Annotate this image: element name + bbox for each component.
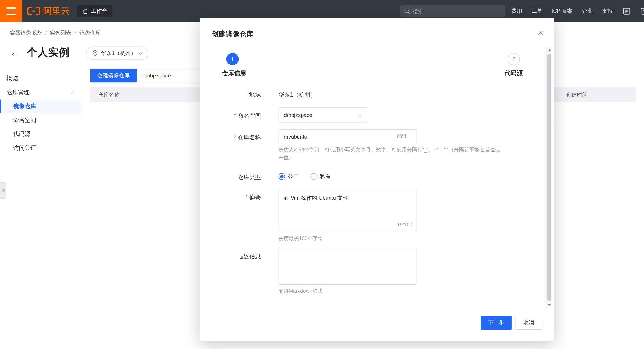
modal-scrollbar[interactable]	[546, 47, 552, 308]
topbar-search-input[interactable]	[413, 8, 495, 14]
page-title: 个人实例	[27, 45, 69, 59]
aliyun-logo-text: 阿里云	[43, 5, 70, 17]
scroll-up-icon[interactable]	[547, 47, 552, 53]
repo-name-input[interactable]	[279, 129, 417, 144]
step-2-circle: 2	[508, 53, 520, 65]
repo-name-help: 长度为2-64个字符，可使用小写英文字母、数字，可使用分隔符“_”、“-”、“.…	[279, 146, 505, 162]
repo-name-field-label: *仓库名称	[200, 134, 261, 141]
next-step-button[interactable]: 下一步	[481, 316, 512, 330]
radio-public-label[interactable]: 公开	[288, 173, 299, 180]
radio-private-label[interactable]: 私有	[320, 173, 331, 180]
chevron-down-icon	[139, 51, 143, 55]
required-mark: *	[234, 112, 236, 119]
step-1-label: 仓库信息	[222, 70, 246, 77]
summary-textarea[interactable]: 有 Vim 操作的 Ubuntu 文件	[279, 190, 417, 231]
summary-help: 长度最长100个字符	[279, 235, 323, 242]
modal-title: 创建镜像仓库	[211, 29, 253, 39]
radio-private-icon[interactable]	[310, 173, 317, 180]
sidebar-item-label: 仓库管理	[6, 89, 29, 96]
home-icon	[82, 9, 88, 14]
breadcrumb-separator: /	[45, 30, 47, 36]
step-2-number: 2	[512, 56, 515, 62]
workbench-button[interactable]: 工作台	[77, 5, 112, 17]
region-label: 华东1（杭州）	[101, 49, 136, 57]
create-repo-button[interactable]: 创建镜像仓库	[90, 69, 137, 82]
field-label-text: 仓库名称	[238, 134, 261, 140]
sidebar-item-label: 镜像仓库	[13, 103, 36, 110]
repo-name-counter: 8/64	[397, 133, 406, 139]
sidebar-item-access-credentials[interactable]: 访问凭证	[0, 141, 81, 155]
location-pin-icon	[92, 50, 98, 56]
create-repo-modal: 创建镜像仓库 ✕ 1 仓库信息 2 代码源 地域 华东1（杭州） *命名空间 d…	[200, 18, 554, 341]
step-connector-line	[243, 59, 506, 59]
aliyun-logo-icon	[27, 6, 40, 16]
description-field-label: 描述信息	[200, 253, 261, 260]
field-label-text: 命名空间	[238, 112, 261, 119]
summary-counter: 19/100	[397, 222, 412, 228]
radio-public-icon[interactable]	[279, 173, 285, 180]
field-label-text: 描述信息	[238, 253, 261, 259]
sidebar: 概览 仓库管理 镜像仓库 命名空间 代码源 访问凭证	[0, 69, 81, 349]
step-2-label: 代码源	[504, 70, 523, 77]
breadcrumb-item-service[interactable]: 容器镜像服务	[10, 29, 42, 37]
breadcrumb-item-instances[interactable]: 实例列表	[50, 29, 72, 37]
sidebar-item-label: 概览	[6, 75, 18, 82]
topbar-link-tickets[interactable]: 工单	[532, 7, 542, 15]
scroll-down-icon[interactable]	[547, 302, 552, 308]
namespace-select-value: dmbjzspace	[284, 112, 312, 118]
description-help: 支持Markdown格式	[279, 287, 323, 295]
topbar-link-enterprise[interactable]: 企业	[582, 7, 593, 15]
back-arrow-icon[interactable]: ←	[10, 47, 20, 57]
repo-type-radio-group: 公开 私有	[279, 173, 331, 180]
step-1-circle: 1	[226, 53, 239, 65]
chevron-up-icon	[71, 91, 75, 95]
region-selector[interactable]: 华东1（杭州）	[86, 47, 148, 60]
chevron-down-icon	[358, 112, 362, 116]
sidebar-item-label: 访问凭证	[13, 145, 36, 152]
topbar-link-support[interactable]: 支持	[602, 7, 613, 15]
breadcrumb: 容器镜像服务 / 实例列表 / 镜像仓库	[10, 29, 101, 37]
description-textarea[interactable]	[279, 249, 417, 285]
namespace-field-label: *命名空间	[200, 112, 261, 120]
required-mark: *	[245, 194, 248, 200]
sidebar-item-code-source[interactable]: 代码源	[0, 127, 81, 141]
topbar-link-icp[interactable]: ICP 备案	[552, 7, 572, 15]
breadcrumb-separator: /	[75, 30, 76, 36]
hamburger-menu-icon[interactable]	[0, 0, 22, 22]
search-icon	[404, 8, 410, 14]
cancel-button[interactable]: 取消	[515, 316, 542, 330]
field-label-text: 仓库类型	[238, 174, 261, 180]
field-label-text: 地域	[249, 91, 261, 97]
summary-field-label: *摘要	[200, 194, 261, 201]
sidebar-item-overview[interactable]: 概览	[0, 72, 81, 85]
app-grid-icon[interactable]	[622, 7, 630, 15]
scrollbar-thumb[interactable]	[547, 54, 551, 301]
step-1-number: 1	[231, 56, 234, 62]
aliyun-logo[interactable]: 阿里云	[27, 0, 70, 22]
field-label-text: 摘要	[249, 194, 261, 200]
sidebar-item-label: 代码源	[13, 130, 31, 138]
region-field-value: 华东1（杭州）	[279, 91, 316, 98]
close-icon[interactable]: ✕	[534, 26, 547, 40]
topbar-link-billing[interactable]: 费用	[511, 7, 522, 15]
topbar-divider	[71, 7, 71, 15]
sidebar-item-label: 命名空间	[13, 117, 36, 124]
user-panel-icon[interactable]	[640, 7, 644, 15]
panel-expand-handle[interactable]	[0, 182, 6, 199]
page-header: ← 个人实例	[10, 45, 69, 59]
region-field-label: 地域	[200, 91, 261, 98]
table-header-created-at: 创建时间	[566, 91, 588, 98]
namespace-select[interactable]: dmbjzspace	[279, 107, 367, 122]
sidebar-item-image-repos[interactable]: 镜像仓库	[0, 99, 81, 113]
repo-type-field-label: 仓库类型	[200, 174, 261, 181]
breadcrumb-item-current: 镜像仓库	[80, 29, 101, 37]
chevron-right-icon	[1, 189, 5, 192]
sidebar-group-repo-management[interactable]: 仓库管理	[0, 85, 81, 99]
required-mark: *	[234, 134, 236, 140]
sidebar-item-namespaces[interactable]: 命名空间	[0, 113, 81, 127]
workbench-label: 工作台	[91, 7, 107, 15]
topbar-search[interactable]	[400, 5, 505, 17]
